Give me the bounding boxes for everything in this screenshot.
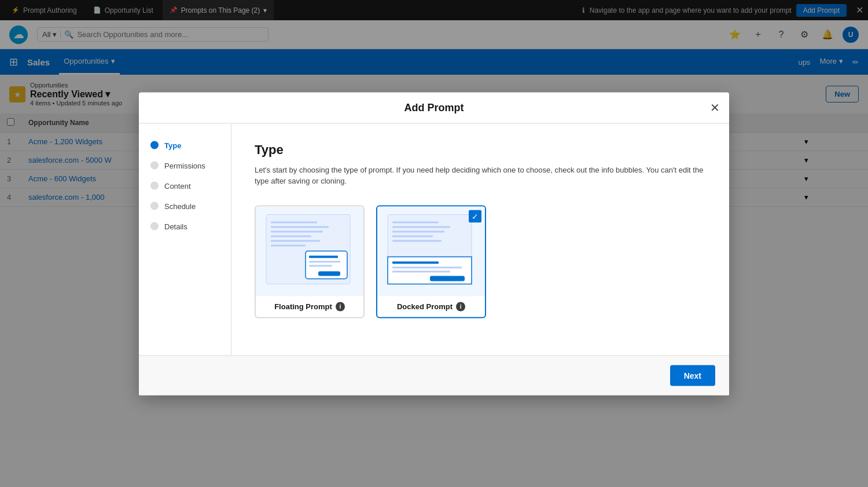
svg-rect-10 xyxy=(309,265,332,267)
step-type[interactable]: Type xyxy=(139,135,231,155)
floating-prompt-card[interactable]: Floating Prompt i xyxy=(255,205,365,318)
step-schedule[interactable]: Schedule xyxy=(139,196,231,216)
svg-rect-17 xyxy=(392,236,433,237)
step-dot-content xyxy=(150,182,159,190)
svg-rect-16 xyxy=(392,231,444,233)
floating-prompt-label: Floating Prompt i xyxy=(256,296,363,317)
step-label-permissions: Permissions xyxy=(164,161,205,170)
svg-rect-8 xyxy=(309,256,338,258)
svg-rect-5 xyxy=(271,240,320,242)
content-description: Let's start by choosing the type of prom… xyxy=(255,164,706,186)
step-dot-schedule xyxy=(150,202,159,210)
modal-header: Add Prompt ✕ xyxy=(139,92,729,123)
modal-body: Type Permissions Content Schedule Detail… xyxy=(139,123,729,355)
step-permissions[interactable]: Permissions xyxy=(139,155,231,175)
modal-sidebar: Type Permissions Content Schedule Detail… xyxy=(139,123,231,355)
next-button[interactable]: Next xyxy=(670,365,715,386)
step-dot-details xyxy=(150,222,159,230)
modal-close-button[interactable]: ✕ xyxy=(710,101,720,115)
svg-rect-3 xyxy=(271,231,323,233)
svg-rect-9 xyxy=(309,261,340,263)
docked-prompt-card[interactable]: ✓ xyxy=(376,205,486,318)
docked-selected-check: ✓ xyxy=(469,210,481,222)
docked-info-icon[interactable]: i xyxy=(456,302,465,311)
modal-content-area: Type Let's start by choosing the type of… xyxy=(231,123,729,355)
step-details[interactable]: Details xyxy=(139,216,231,236)
svg-rect-12 xyxy=(319,273,339,275)
svg-rect-22 xyxy=(392,271,450,273)
svg-rect-21 xyxy=(392,267,462,269)
floating-prompt-illustration xyxy=(256,206,363,296)
step-label-details: Details xyxy=(164,222,187,230)
modal-footer: Next xyxy=(139,355,729,395)
svg-rect-18 xyxy=(392,240,442,242)
svg-rect-20 xyxy=(392,262,439,264)
svg-rect-4 xyxy=(271,236,311,237)
svg-rect-6 xyxy=(271,245,306,247)
prompt-type-cards: Floating Prompt i ✓ xyxy=(255,205,706,318)
step-dot-type xyxy=(150,141,159,149)
svg-rect-23 xyxy=(430,276,465,281)
svg-rect-1 xyxy=(271,222,317,224)
step-label-schedule: Schedule xyxy=(164,202,196,210)
step-label-content: Content xyxy=(164,181,191,190)
floating-info-icon[interactable]: i xyxy=(336,302,345,311)
step-dot-permissions xyxy=(150,162,159,170)
content-title: Type xyxy=(255,142,706,157)
docked-prompt-label: Docked Prompt i xyxy=(377,296,485,317)
svg-rect-2 xyxy=(271,226,329,228)
modal-title: Add Prompt xyxy=(404,101,464,113)
svg-rect-15 xyxy=(392,226,450,228)
svg-rect-14 xyxy=(392,222,439,224)
add-prompt-modal: Add Prompt ✕ Type Permissions Content Sc… xyxy=(139,92,729,395)
step-label-type: Type xyxy=(164,141,181,149)
step-content[interactable]: Content xyxy=(139,175,231,196)
